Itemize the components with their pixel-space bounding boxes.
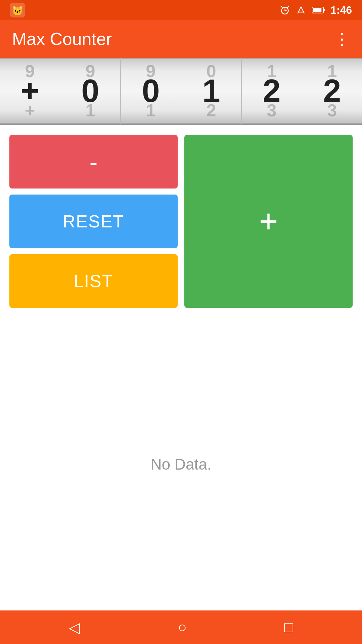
- svg-rect-12: [313, 8, 321, 12]
- counter-slot-1: 901: [60, 58, 121, 124]
- more-options-icon[interactable]: ⋮: [334, 30, 350, 48]
- app-title: Max Counter: [12, 29, 334, 49]
- minus-button[interactable]: -: [9, 135, 178, 189]
- buttons-container: - RESET LIST +: [0, 125, 362, 318]
- counter-slot-5: 123: [302, 58, 362, 124]
- plus-button[interactable]: +: [184, 135, 353, 308]
- signal-icon: [296, 5, 306, 15]
- nav-home-button[interactable]: [178, 619, 187, 636]
- counter-slot-0: 9++: [0, 58, 60, 124]
- app-bar: Max Counter ⋮: [0, 20, 362, 58]
- battery-icon: [312, 6, 325, 14]
- svg-text:🐱: 🐱: [12, 5, 23, 16]
- status-bar: 🐱 1:46: [0, 0, 362, 20]
- counter-slot-2: 901: [121, 58, 181, 124]
- svg-line-6: [288, 6, 289, 7]
- status-time: 1:46: [330, 4, 352, 16]
- svg-rect-11: [323, 9, 325, 11]
- counter-slot-3: 012: [181, 58, 242, 124]
- app-icon: 🐱: [10, 3, 25, 17]
- counter-display: 9++901901012123123: [0, 58, 362, 125]
- svg-line-5: [281, 6, 282, 7]
- alarm-icon: [280, 5, 290, 15]
- list-button[interactable]: LIST: [9, 254, 178, 308]
- bottom-nav: [0, 610, 362, 644]
- no-data-text: No Data.: [150, 455, 212, 473]
- nav-back-button[interactable]: [69, 619, 80, 636]
- buttons-left: - RESET LIST: [9, 135, 178, 308]
- nav-recents-button[interactable]: [284, 619, 293, 636]
- no-data-area: No Data.: [0, 318, 362, 610]
- reset-button[interactable]: RESET: [9, 195, 178, 248]
- counter-slot-4: 123: [242, 58, 302, 124]
- status-icons: 1:46: [280, 4, 352, 16]
